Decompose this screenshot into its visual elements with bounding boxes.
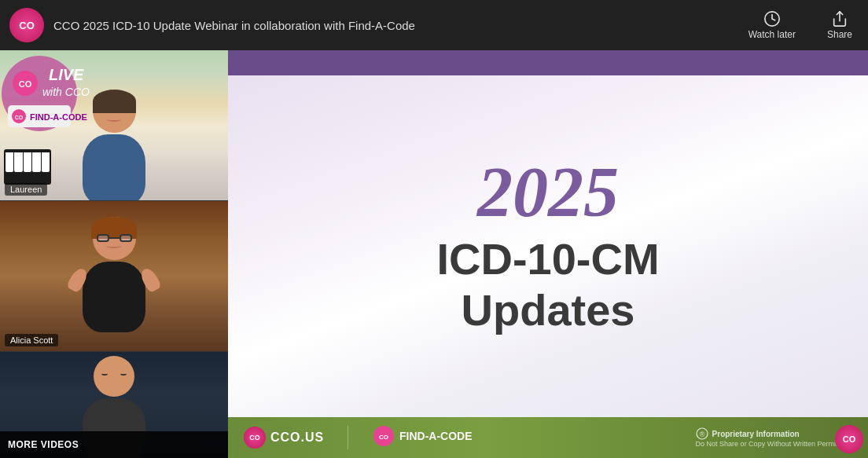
footer-cco-circle: CO <box>244 427 266 449</box>
footer-cco-logo: CO CCO.US <box>244 427 324 449</box>
eye-left-third <box>101 372 108 376</box>
watch-later-label: Watch later <box>748 29 796 40</box>
glasses-bridge <box>109 237 120 239</box>
piano-keys <box>4 151 51 174</box>
slide-title-line2: Updates <box>462 285 635 335</box>
lock-icon: ® <box>696 427 708 440</box>
person-alicia <box>83 217 145 332</box>
proprietary-row: ® Proprietary Information <box>696 427 852 440</box>
presentation-area: 2025 ICD-10-CM Updates CO CCO.US CO FIND… <box>228 50 868 458</box>
piano-key <box>14 152 22 172</box>
mouth <box>107 117 121 122</box>
proprietary-sublabel: Do Not Share or Copy Without Written Per… <box>696 440 852 448</box>
main-content: CO LIVE with CCO CO FIND-A-CODE <box>0 50 868 458</box>
presentation-top-bar <box>228 50 868 75</box>
more-videos-bar[interactable]: MORE VIDEOS <box>0 431 228 458</box>
share-label: Share <box>827 29 852 40</box>
person-head <box>93 90 136 133</box>
top-actions: Watch later Share <box>742 7 859 43</box>
clock-icon <box>763 10 781 27</box>
person-body-alicia <box>83 262 145 332</box>
svg-text:FIND-A-CODE: FIND-A-CODE <box>399 430 473 442</box>
footer-proprietary: ® Proprietary Information Do Not Share o… <box>696 427 852 448</box>
piano-key <box>24 152 31 172</box>
name-badge-alicia: Alicia Scott <box>5 334 58 346</box>
mouth-alicia <box>106 244 122 248</box>
person-hair <box>93 90 136 113</box>
footer-divider <box>348 426 348 449</box>
glasses-right <box>120 234 132 242</box>
presentation-slide: 2025 ICD-10-CM Updates <box>228 75 868 417</box>
svg-text:®: ® <box>699 431 704 438</box>
person-head-bald <box>94 356 134 397</box>
cco-watermark: CO <box>835 425 863 453</box>
share-button[interactable]: Share <box>821 7 859 43</box>
person-body <box>83 134 145 201</box>
video-title: CCO 2025 ICD-10 Update Webinar in collab… <box>53 19 742 32</box>
piano-key <box>32 152 40 172</box>
eye-left <box>102 105 108 109</box>
presentation-footer: CO CCO.US CO FIND-A-CODE ® Propri <box>228 417 868 458</box>
name-badge-laureen: Laureen <box>5 183 47 196</box>
piano <box>4 149 51 185</box>
glasses-left <box>97 234 109 242</box>
proprietary-label: Proprietary Information <box>712 430 800 438</box>
more-videos-text: MORE VIDEOS <box>8 439 79 450</box>
left-sidebar: CO LIVE with CCO CO FIND-A-CODE <box>0 50 228 458</box>
piano-key <box>42 152 50 172</box>
person-laureen <box>83 90 145 201</box>
slide-year: 2025 <box>477 157 619 228</box>
svg-text:CO: CO <box>379 434 388 441</box>
slide-title: ICD-10-CM Updates <box>436 234 659 335</box>
piano-key <box>6 152 13 172</box>
share-icon <box>831 10 848 27</box>
panel-laureen: Laureen <box>0 50 228 201</box>
slide-title-line1: ICD-10-CM <box>436 234 659 284</box>
eye-right <box>120 105 127 109</box>
watch-later-button[interactable]: Watch later <box>742 7 802 43</box>
footer-cco-url: CCO.US <box>270 431 324 445</box>
top-bar: CO CCO 2025 ICD-10 Update Webinar in col… <box>0 0 868 50</box>
eye-right-third <box>120 372 127 376</box>
cco-logo-circle: CO <box>9 8 44 42</box>
footer-findacode-section: CO FIND-A-CODE <box>372 424 474 451</box>
panel-alicia: Alicia Scott <box>0 201 228 352</box>
person-head-alicia <box>93 217 136 260</box>
findacode-logo: CO FIND-A-CODE <box>372 424 474 448</box>
